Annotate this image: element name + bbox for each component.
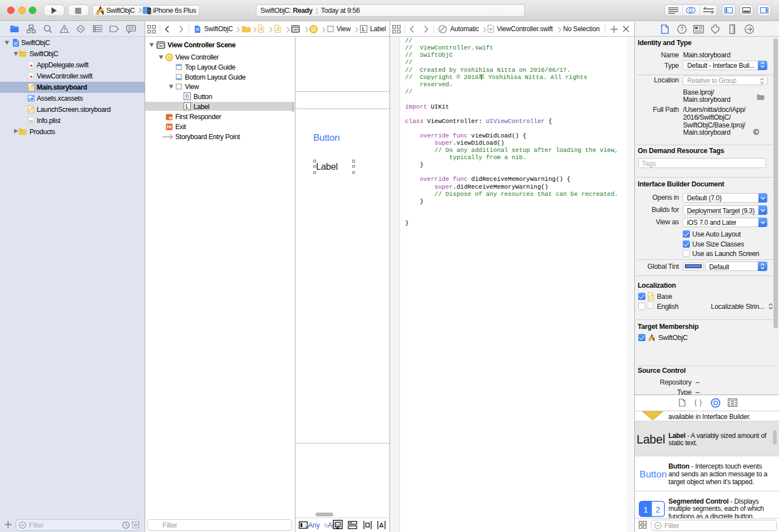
svg-text:?: ? [681,26,684,32]
svg-text:2: 2 [656,505,660,514]
svg-text:1: 1 [644,505,648,514]
svg-text:1: 1 [170,116,171,120]
